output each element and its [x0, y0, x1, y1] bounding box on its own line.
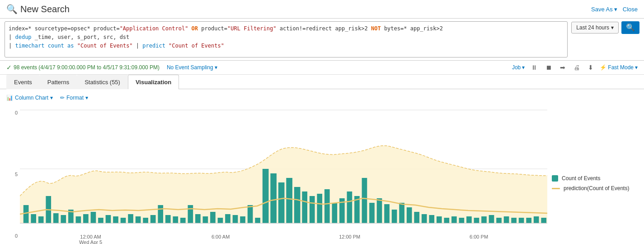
svg-rect-10 — [76, 216, 81, 223]
svg-rect-67 — [504, 216, 509, 223]
legend-swatch-prediction — [552, 188, 560, 189]
svg-rect-50 — [377, 198, 382, 223]
pencil-icon: ✏ — [60, 95, 65, 101]
events-status: ✓ 98 events (4/4/17 9:00:00.000 PM to 4/… — [6, 64, 160, 71]
search-button[interactable]: 🔍 — [621, 21, 639, 34]
search-controls: Last 24 hours ▾ 🔍 — [571, 21, 639, 34]
svg-rect-35 — [263, 169, 269, 223]
top-bar-actions: Save As ▾ Close — [591, 6, 638, 13]
svg-rect-48 — [362, 178, 367, 223]
fast-mode-button[interactable]: ⚡ Fast Mode ▾ — [600, 64, 638, 71]
svg-rect-55 — [414, 212, 419, 223]
legend-swatch-events — [552, 175, 558, 182]
chart-type-button[interactable]: 📊 Column Chart ▾ — [6, 95, 53, 101]
svg-rect-41 — [310, 196, 315, 223]
pause-button[interactable]: ⏸ — [529, 63, 539, 72]
page-title: 🔍 New Search — [6, 4, 70, 14]
svg-rect-8 — [61, 215, 66, 223]
status-right: Job ▾ ⏸ ⏹ ➡ 🖨 ⬇ ⚡ Fast Mode ▾ — [512, 63, 638, 72]
svg-rect-29 — [218, 218, 223, 223]
format-button[interactable]: ✏ Format ▾ — [60, 95, 88, 101]
svg-rect-70 — [526, 218, 531, 223]
tab-visualization[interactable]: Visualization — [128, 75, 179, 89]
svg-rect-19 — [143, 218, 148, 223]
chart-legend: Count of Events prediction(Count of Even… — [547, 105, 638, 244]
svg-rect-25 — [188, 205, 193, 223]
tab-statistics[interactable]: Statistics (55) — [77, 75, 128, 89]
svg-rect-21 — [158, 205, 163, 223]
svg-rect-37 — [278, 182, 285, 223]
tab-events[interactable]: Events — [6, 75, 40, 89]
column-chart-icon: 📊 — [6, 95, 13, 101]
svg-rect-31 — [233, 215, 238, 223]
svg-rect-38 — [286, 178, 292, 223]
svg-rect-39 — [294, 187, 301, 223]
query-line1: index=* sourcetype=opsec* product="Appli… — [9, 24, 564, 33]
svg-rect-58 — [437, 216, 442, 223]
chevron-down-icon: ▾ — [215, 64, 217, 71]
svg-rect-14 — [106, 215, 111, 223]
time-range-button[interactable]: Last 24 hours ▾ — [571, 22, 619, 33]
chevron-down-icon: ▾ — [50, 95, 53, 101]
svg-rect-65 — [489, 215, 494, 223]
svg-rect-61 — [459, 218, 465, 223]
chart-svg — [20, 105, 547, 232]
x-label-6pm: 6:00 PM — [470, 234, 488, 244]
svg-rect-4 — [31, 214, 36, 223]
svg-rect-24 — [180, 218, 186, 223]
chevron-down-icon: ▾ — [85, 95, 88, 101]
tab-patterns[interactable]: Patterns — [40, 75, 77, 89]
svg-rect-30 — [225, 214, 230, 223]
close-button[interactable]: Close — [623, 6, 638, 13]
search-bar-area: index=* sourcetype=opsec* product="Appli… — [0, 19, 644, 61]
no-event-sampling-button[interactable]: No Event Sampling ▾ — [167, 64, 217, 71]
svg-rect-5 — [38, 216, 44, 223]
search-icon: 🔍 — [626, 24, 635, 31]
chart-main: 12:00 AM Wed Apr 5 2017 6:00 AM 12:00 PM… — [20, 105, 547, 244]
check-icon: ✓ — [6, 64, 12, 71]
svg-rect-12 — [91, 212, 96, 223]
download-button[interactable]: ⬇ — [586, 63, 595, 72]
svg-rect-46 — [347, 191, 353, 223]
svg-rect-15 — [113, 216, 118, 223]
svg-rect-34 — [255, 218, 260, 223]
lightning-icon: ⚡ — [600, 64, 606, 71]
y-axis: 0 5 0 — [6, 105, 20, 244]
svg-rect-16 — [121, 218, 126, 223]
svg-rect-44 — [332, 203, 337, 223]
svg-rect-52 — [392, 210, 397, 223]
svg-rect-22 — [165, 215, 171, 223]
svg-rect-20 — [150, 215, 156, 223]
svg-rect-23 — [173, 216, 178, 223]
svg-rect-17 — [128, 214, 133, 223]
chevron-down-icon: ▾ — [635, 64, 638, 71]
svg-rect-11 — [83, 214, 89, 223]
stop-button[interactable]: ⏹ — [544, 63, 554, 72]
svg-rect-71 — [534, 216, 539, 223]
svg-rect-66 — [496, 218, 502, 223]
x-label-6am: 6:00 AM — [212, 234, 230, 244]
svg-rect-68 — [511, 218, 517, 223]
svg-rect-32 — [240, 216, 245, 223]
x-axis-labels: 12:00 AM Wed Apr 5 2017 6:00 AM 12:00 PM… — [20, 234, 547, 244]
svg-rect-53 — [399, 203, 404, 223]
query-line2: | dedup _time, user, s_port, src, dst — [9, 33, 564, 42]
svg-rect-69 — [519, 218, 524, 223]
tabs-bar: Events Patterns Statistics (55) Visualiz… — [0, 75, 644, 89]
svg-rect-63 — [474, 218, 479, 223]
svg-rect-36 — [270, 173, 277, 223]
chevron-down-icon: ▾ — [611, 24, 614, 31]
svg-rect-3 — [24, 205, 29, 223]
svg-rect-33 — [248, 205, 253, 223]
chart-container: 0 5 0 — [6, 105, 638, 244]
search-input[interactable]: index=* sourcetype=opsec* product="Appli… — [5, 21, 568, 57]
send-button[interactable]: ➡ — [558, 63, 567, 72]
svg-rect-13 — [98, 218, 103, 223]
print-button[interactable]: 🖨 — [572, 63, 582, 72]
chevron-down-icon: ▾ — [614, 6, 617, 13]
save-as-button[interactable]: Save As ▾ — [591, 6, 617, 13]
svg-rect-43 — [324, 189, 330, 223]
svg-rect-59 — [444, 218, 449, 223]
job-button[interactable]: Job ▾ — [512, 64, 525, 71]
legend-item-events: Count of Events — [552, 175, 633, 182]
